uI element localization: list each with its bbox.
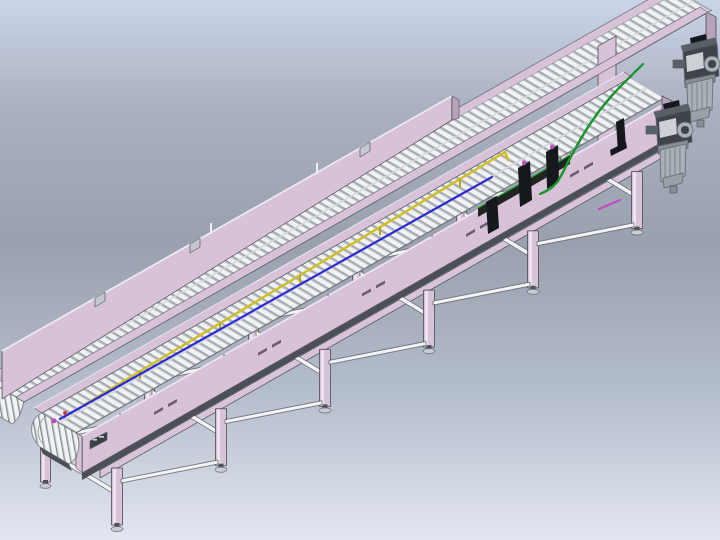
- rail-bolt: [327, 294, 329, 296]
- cad-viewport: [0, 0, 720, 540]
- nameplate-mark: [93, 439, 97, 441]
- nameplate-mark: [99, 436, 104, 438]
- gearbox-output-bore: [708, 60, 716, 68]
- rail-bolt: [223, 354, 225, 356]
- rail-bolt: [431, 235, 433, 237]
- gearbox-output-bore: [681, 126, 689, 134]
- magenta-screw: [522, 161, 526, 165]
- magenta-screw: [550, 145, 554, 149]
- guide-wall-post: [210, 223, 212, 234]
- tray-bracket: [518, 161, 532, 207]
- yellow-cable-post: [459, 179, 461, 187]
- cad-scene[interactable]: [0, 0, 720, 540]
- red-sensor-dot: [63, 411, 67, 415]
- gearbox-shaft-stub: [646, 126, 658, 134]
- gearbox-shaft-stub: [673, 60, 685, 68]
- guide-wall-end-cap: [452, 96, 459, 120]
- rail-bolt: [119, 413, 121, 415]
- yellow-cable-post: [299, 275, 301, 283]
- guide-wall-post: [316, 163, 318, 174]
- yellow-cable-post: [379, 227, 381, 235]
- magenta-sensor-dot: [52, 419, 57, 424]
- motor-fan-nub: [670, 186, 677, 193]
- tray-bracket: [486, 196, 499, 234]
- motor-fan-nub: [697, 120, 704, 127]
